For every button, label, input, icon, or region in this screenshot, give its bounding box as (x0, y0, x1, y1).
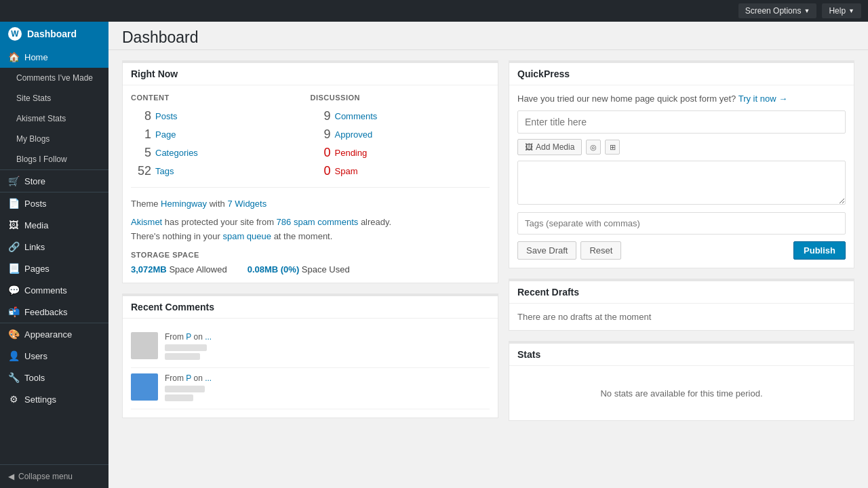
sidebar-item-label: Posts (24, 199, 47, 209)
spam-queue-link[interactable]: spam queue (222, 231, 271, 241)
store-icon: 🛒 (8, 176, 19, 186)
sidebar-item-label: Feedbacks (24, 307, 68, 317)
commenter-name[interactable]: P (186, 373, 191, 383)
help-button[interactable]: Help ▼ (822, 3, 861, 18)
sidebar-item-blogs-i-follow[interactable]: Blogs I Follow (0, 149, 108, 169)
recent-comments-body: From P on ... (123, 319, 498, 418)
spam-count: 0 (311, 164, 331, 178)
pending-count: 0 (311, 146, 331, 160)
comments-link[interactable]: Comments (335, 111, 378, 121)
qp-actions: Save Draft Reset Publish (517, 241, 846, 260)
sidebar-item-links[interactable]: 🔗 Links (0, 236, 108, 258)
akismet-link[interactable]: Akismet (131, 217, 162, 227)
storage-used: 0.08MB (0%) Space Used (248, 264, 350, 274)
sidebar-item-posts[interactable]: 📄 Posts (0, 192, 108, 214)
publish-button[interactable]: Publish (793, 241, 846, 260)
pending-link[interactable]: Pending (335, 148, 368, 158)
sidebar-item-label: Links (24, 242, 45, 252)
comment-text-blur-4 (165, 394, 193, 401)
qp-tags-input[interactable] (517, 212, 846, 235)
qp-left-buttons: Save Draft Reset (517, 241, 621, 260)
sidebar-item-label: Site Stats (16, 94, 51, 103)
reset-button[interactable]: Reset (580, 241, 621, 260)
page-count: 1 (131, 127, 151, 142)
theme-link[interactable]: Hemingway (161, 199, 207, 209)
sidebar-item-label: Settings (24, 394, 56, 405)
content-column: CONTENT 8 Posts 1 Page 5 (131, 94, 311, 180)
content-header: CONTENT (131, 94, 311, 102)
left-column: Right Now CONTENT 8 Posts 1 (122, 60, 498, 421)
approved-link[interactable]: Approved (335, 129, 373, 140)
sidebar-item-store[interactable]: 🛒 Store (0, 170, 108, 192)
sidebar-item-users[interactable]: 👤 Users (0, 345, 108, 367)
from-pre: From (165, 373, 186, 383)
commenter-name[interactable]: P (186, 332, 191, 342)
sidebar-item-media[interactable]: 🖼 Media (0, 214, 108, 236)
spam-count-link[interactable]: 786 spam comments (277, 217, 359, 227)
spam-link[interactable]: Spam (335, 166, 358, 176)
sidebar-section-appearance: 🎨 Appearance (0, 323, 108, 345)
posts-count-item: 8 Posts (131, 107, 311, 125)
sidebar-title: Dashboard (27, 28, 77, 39)
sidebar-item-home[interactable]: 🏠 Home (0, 46, 108, 68)
storage-used-label: Space Used (302, 264, 350, 274)
sidebar-item-comments[interactable]: 💬 Comments (0, 279, 108, 301)
comment-post-link[interactable]: ... (205, 332, 212, 342)
qp-content-textarea[interactable] (517, 161, 846, 205)
categories-link[interactable]: Categories (155, 148, 198, 158)
sidebar-item-label: Store (24, 176, 45, 186)
sidebar-item-settings[interactable]: ⚙ Settings (0, 388, 108, 410)
qp-icon-1[interactable]: ◎ (586, 140, 601, 155)
sidebar-item-label: Appearance (24, 329, 72, 340)
approved-count-item: 9 Approved (311, 125, 490, 144)
media-icon: 🖼 (8, 220, 19, 230)
page-link[interactable]: Page (155, 129, 176, 140)
recent-drafts-body: There are no drafts at the moment (509, 304, 854, 330)
right-now-widget: Right Now CONTENT 8 Posts 1 (122, 60, 498, 283)
sidebar-item-label: Tools (24, 373, 45, 383)
qp-tagline-link[interactable]: Try it now → (738, 94, 787, 104)
sidebar-item-pages[interactable]: 📃 Pages (0, 258, 108, 279)
storage-label: STORAGE SPACE (131, 251, 490, 259)
collapse-menu-button[interactable]: ◀ Collapse menu (0, 464, 108, 488)
sidebar-item-my-blogs[interactable]: My Blogs (0, 129, 108, 149)
sidebar-item-feedbacks[interactable]: 📬 Feedbacks (0, 301, 108, 323)
home-icon: 🏠 (8, 52, 19, 62)
sidebar-section-store: 🛒 Store (0, 169, 108, 192)
qp-title-input[interactable] (517, 110, 846, 134)
widgets-link[interactable]: 7 Widgets (227, 199, 267, 209)
sidebar-item-akismet-stats[interactable]: Akismet Stats (0, 108, 108, 129)
comment-content: From P on ... (165, 373, 212, 403)
posts-link[interactable]: Posts (155, 111, 178, 121)
sidebar-item-tools[interactable]: 🔧 Tools (0, 367, 108, 388)
qp-icon-2[interactable]: ⊞ (605, 140, 620, 155)
recent-comments-title: Recent Comments (123, 296, 498, 319)
add-media-button[interactable]: 🖼 Add Media (517, 139, 582, 155)
tags-link[interactable]: Tags (155, 166, 174, 176)
page-title: Dashboard (122, 28, 854, 47)
posts-icon: 📄 (8, 198, 19, 209)
comment-post-link[interactable]: ... (205, 373, 212, 383)
discussion-column: DISCUSSION 9 Comments 9 Approved (311, 94, 490, 180)
comment-meta: From P on ... (165, 332, 212, 342)
comment-text-blur-3 (165, 386, 205, 392)
screen-options-button[interactable]: Screen Options ▼ (738, 3, 817, 18)
main-header: Dashboard (108, 22, 868, 50)
quickpress-body: Have you tried our new home page quick p… (509, 85, 854, 268)
sidebar-item-comments-ive-made[interactable]: Comments I've Made (0, 68, 108, 88)
storage-allowed: 3,072MB Space Allowed (131, 264, 227, 274)
comment-text-blur-1 (165, 344, 207, 351)
drafts-empty-message: There are no drafts at the moment (517, 312, 651, 322)
main-body: Right Now CONTENT 8 Posts 1 (108, 50, 868, 431)
collapse-menu-icon: ◀ (8, 472, 14, 481)
comment-avatar (131, 332, 158, 359)
sidebar-item-label: Pages (24, 264, 50, 274)
sidebar-item-site-stats[interactable]: Site Stats (0, 88, 108, 108)
save-draft-button[interactable]: Save Draft (517, 241, 576, 260)
sidebar-item-appearance[interactable]: 🎨 Appearance (0, 323, 108, 345)
screen-options-chevron-icon: ▼ (804, 7, 810, 14)
sidebar-item-label: Home (24, 52, 48, 62)
main-content: Dashboard Right Now CONTENT 8 Posts (108, 22, 868, 488)
storage-row: 3,072MB Space Allowed 0.08MB (0%) Space … (131, 264, 490, 274)
help-chevron-icon: ▼ (848, 7, 854, 14)
